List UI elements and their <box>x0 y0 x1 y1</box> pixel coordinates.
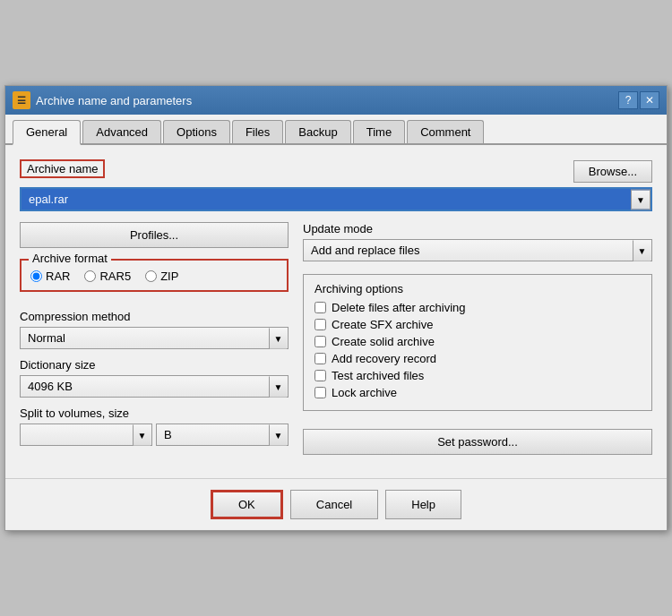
archive-name-label: Archive name <box>20 159 105 178</box>
split-unit-wrapper: B KB MB GB ▼ <box>156 424 289 446</box>
update-mode-label: Update mode <box>303 222 652 235</box>
tab-advanced[interactable]: Advanced <box>82 120 161 143</box>
format-rar-radio[interactable] <box>30 270 42 282</box>
main-two-col: Profiles... Archive format RAR RAR5 ZIP <box>20 222 652 455</box>
option-sfx-checkbox[interactable] <box>314 319 326 330</box>
dictionary-select[interactable]: 128 KB 256 KB 512 KB 1024 KB 2048 KB 409… <box>20 375 289 398</box>
tabs-bar: General Advanced Options Files Backup Ti… <box>5 115 667 145</box>
format-rar-label[interactable]: RAR <box>30 270 70 283</box>
archive-format-legend: Archive format <box>29 252 111 265</box>
dictionary-label: Dictionary size <box>20 358 289 372</box>
cancel-button[interactable]: Cancel <box>290 490 378 519</box>
split-unit-select[interactable]: B KB MB GB <box>156 424 289 446</box>
split-value-wrapper: ▼ <box>20 424 152 446</box>
archive-name-section: Archive name Browse... ▼ <box>20 159 652 211</box>
split-section: Split to volumes, size ▼ B KB <box>20 406 289 446</box>
compression-select[interactable]: Store Fastest Fast Normal Good Best <box>20 327 289 349</box>
archiving-options-legend: Archiving options <box>314 282 641 295</box>
option-recovery-label[interactable]: Add recovery record <box>314 352 641 365</box>
archive-name-input-row: ▼ <box>20 187 652 211</box>
app-icon: ☰ <box>13 91 30 109</box>
dictionary-select-wrapper: 128 KB 256 KB 512 KB 1024 KB 2048 KB 409… <box>20 375 289 398</box>
dictionary-section: Dictionary size 128 KB 256 KB 512 KB 102… <box>20 358 289 398</box>
title-bar: ☰ Archive name and parameters ? ✕ <box>5 86 667 115</box>
format-rar5-label[interactable]: RAR5 <box>84 270 131 283</box>
split-row: ▼ B KB MB GB ▼ <box>20 424 289 446</box>
tab-backup[interactable]: Backup <box>285 120 350 143</box>
tab-time[interactable]: Time <box>353 120 405 143</box>
format-zip-label[interactable]: ZIP <box>145 270 178 283</box>
archive-name-dropdown-arrow[interactable]: ▼ <box>631 189 650 210</box>
dialog-title: Archive name and parameters <box>36 94 618 107</box>
option-test-checkbox[interactable] <box>314 370 326 381</box>
archive-name-input[interactable] <box>20 187 652 211</box>
archiving-options-group: Archiving options Delete files after arc… <box>303 274 652 411</box>
dialog: ☰ Archive name and parameters ? ✕ Genera… <box>4 85 668 531</box>
ok-button[interactable]: OK <box>211 490 283 519</box>
format-rar5-radio[interactable] <box>84 270 96 282</box>
update-mode-select[interactable]: Add and replace files Add and update fil… <box>303 239 652 261</box>
help-bottom-button[interactable]: Help <box>385 490 461 519</box>
help-button[interactable]: ? <box>618 91 638 109</box>
split-label: Split to volumes, size <box>20 406 289 420</box>
bottom-bar: OK Cancel Help <box>5 478 667 530</box>
tab-comment[interactable]: Comment <box>407 120 484 143</box>
option-delete-files-label[interactable]: Delete files after archiving <box>314 301 641 314</box>
option-recovery-checkbox[interactable] <box>314 353 326 364</box>
compression-select-wrapper: Store Fastest Fast Normal Good Best ▼ <box>20 327 289 349</box>
left-col: Profiles... Archive format RAR RAR5 ZIP <box>20 222 289 455</box>
archive-format-radio-row: RAR RAR5 ZIP <box>30 270 278 283</box>
content-area: Archive name Browse... ▼ Profiles... Arc… <box>5 145 667 478</box>
close-button[interactable]: ✕ <box>640 91 659 109</box>
browse-button[interactable]: Browse... <box>573 160 652 183</box>
update-mode-select-wrapper: Add and replace files Add and update fil… <box>303 239 652 261</box>
archive-format-group: Archive format RAR RAR5 ZIP <box>20 259 289 292</box>
right-col: Update mode Add and replace files Add an… <box>303 222 652 455</box>
option-test-label[interactable]: Test archived files <box>314 369 641 382</box>
tab-general[interactable]: General <box>13 120 81 145</box>
format-zip-radio[interactable] <box>145 270 157 282</box>
set-password-button[interactable]: Set password... <box>303 429 652 455</box>
tab-files[interactable]: Files <box>232 120 283 143</box>
compression-label: Compression method <box>20 310 289 323</box>
archive-name-header: Archive name Browse... <box>20 159 652 184</box>
profiles-button[interactable]: Profiles... <box>20 222 289 248</box>
split-value-select[interactable] <box>20 424 152 446</box>
option-solid-label[interactable]: Create solid archive <box>314 335 641 348</box>
title-bar-controls: ? ✕ <box>618 91 659 109</box>
option-lock-label[interactable]: Lock archive <box>314 386 641 399</box>
tab-options[interactable]: Options <box>163 120 230 143</box>
option-sfx-label[interactable]: Create SFX archive <box>314 318 641 331</box>
update-mode-section: Update mode Add and replace files Add an… <box>303 222 652 261</box>
option-delete-files-checkbox[interactable] <box>314 302 326 313</box>
compression-section: Compression method Store Fastest Fast No… <box>20 310 289 349</box>
option-lock-checkbox[interactable] <box>314 387 326 398</box>
option-solid-checkbox[interactable] <box>314 336 326 347</box>
